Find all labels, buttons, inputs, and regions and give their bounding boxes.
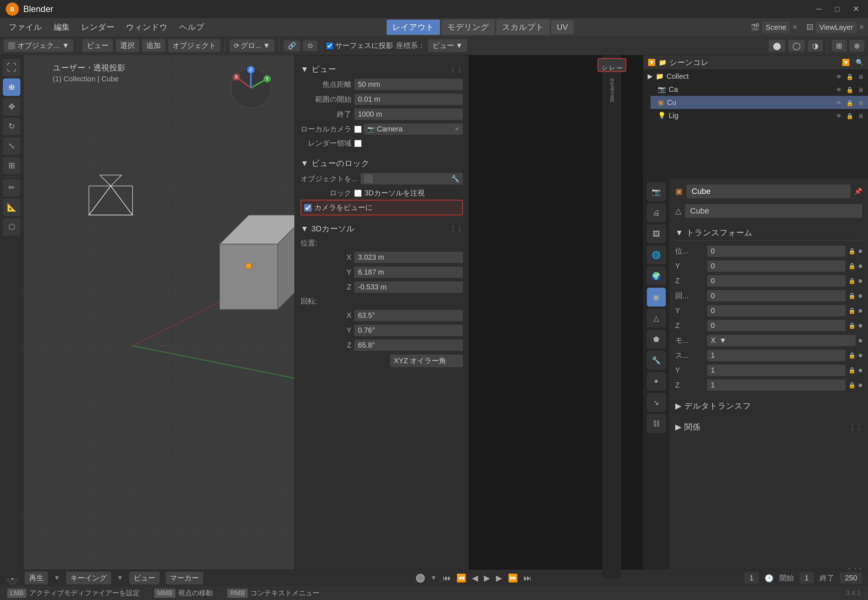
shading-solid[interactable]: ⬤ [768, 40, 785, 52]
shading-wire[interactable]: ◯ [788, 40, 805, 52]
view-lock-header[interactable]: ▼ ビューのロック [301, 156, 463, 171]
scale-z-value[interactable]: 1 [707, 380, 845, 391]
props-particles-icon[interactable]: ✦ [647, 372, 666, 391]
close-button[interactable]: ✕ [850, 3, 862, 15]
next-keyframe-btn[interactable]: ⏩ [508, 573, 518, 583]
outliner-cube-eye[interactable]: 👁 🔒 🖥 [836, 98, 863, 107]
viewlayer-selector[interactable]: ViewLayer [816, 22, 857, 33]
cursor-x-value[interactable]: 3.023 m [354, 252, 463, 263]
menu-file[interactable]: ファイル [4, 20, 47, 35]
cursor-z-value[interactable]: -0.533 m [354, 282, 463, 293]
outliner-light[interactable]: 💡 Lig 👁 🔒 🖥 [650, 109, 868, 122]
surface-snap-checkbox[interactable]: サーフェスに投影 [327, 41, 393, 50]
snap-btn[interactable]: 🔗 [284, 40, 300, 51]
play-btn[interactable]: ▶ [484, 573, 490, 583]
toolbar-object[interactable]: オブジェクト [168, 39, 220, 52]
menu-window[interactable]: ウィンドウ [121, 20, 173, 35]
outliner-filter-btn[interactable]: 🔽 [842, 59, 850, 67]
tool-annotate[interactable]: ✏ [3, 179, 20, 197]
transform-header[interactable]: ▼ トランスフォーム [675, 225, 862, 241]
props-material-icon[interactable]: ⬟ [647, 330, 666, 348]
rotation-x-value[interactable]: 0 [707, 290, 845, 302]
start-frame[interactable]: 1 [800, 573, 814, 584]
prev-keyframe-btn[interactable]: ⏪ [456, 573, 466, 583]
shading-render[interactable]: ◑ [808, 40, 823, 52]
outliner-eye[interactable]: 👁 🔒 🖥 [836, 71, 863, 81]
toolbar-view[interactable]: ビュー [82, 39, 113, 52]
global-selector[interactable]: ⟳ グロ... ▼ [230, 39, 274, 52]
gizmo-btn[interactable]: ⊕ [850, 40, 864, 52]
tool-add[interactable]: ⬡ [3, 218, 20, 236]
blenderkit-tab[interactable]: ーレシ [597, 58, 626, 72]
local-camera-value[interactable]: 📷 Camera ✕ [364, 123, 463, 135]
lock-cursor-checkbox[interactable] [354, 189, 361, 197]
location-z-lock[interactable]: 🔒 [848, 277, 856, 284]
fps-icon[interactable]: 🕐 [765, 574, 774, 583]
mode-value[interactable]: X ▼ [707, 335, 856, 346]
current-frame[interactable]: 1 [744, 573, 758, 584]
outliner-search-btn[interactable]: 🔍 [856, 59, 863, 67]
rotation-y-value[interactable]: 0 [707, 305, 845, 316]
jump-end-btn[interactable]: ⏭ [523, 573, 531, 583]
cursor-euler-value[interactable]: XYZ オイラー角 [390, 355, 463, 367]
rotation-z-value[interactable]: 0 [707, 320, 845, 331]
outliner-camera[interactable]: 📷 Ca 👁 🔒 🖥 [650, 83, 868, 96]
location-x-value[interactable]: 0 [707, 245, 845, 257]
mode-selector[interactable]: オブジェク... ▼ [4, 39, 73, 52]
prev-frame-btn[interactable]: ◀ [472, 573, 478, 583]
tool-transform[interactable]: ⊞ [3, 157, 20, 174]
props-world-icon[interactable]: 🌍 [647, 267, 666, 285]
props-physics-icon[interactable]: ↘ [647, 393, 666, 412]
marker-label[interactable]: マーカー [166, 572, 203, 584]
jump-start-btn[interactable]: ⏮ [443, 573, 451, 583]
object-name[interactable]: Cube [687, 185, 851, 198]
rotation-x-lock[interactable]: 🔒 [848, 292, 856, 299]
scene-selector[interactable]: Scene [762, 22, 790, 33]
cursor-ry-value[interactable]: 0.76° [354, 325, 463, 336]
scale-y-lock[interactable]: 🔒 [848, 367, 856, 374]
rotation-y-lock[interactable]: 🔒 [848, 307, 856, 314]
tool-cursor[interactable]: ⊕ [3, 79, 20, 96]
tool-select-box[interactable]: ⛶ [3, 59, 20, 76]
overlay-btn[interactable]: ⊞ [832, 40, 847, 52]
props-mesh-icon[interactable]: △ [647, 309, 666, 327]
outliner-light-eye[interactable]: 👁 🔒 🖥 [836, 111, 863, 120]
minimize-button[interactable]: ─ [813, 3, 825, 15]
menu-help[interactable]: ヘルプ [174, 20, 209, 35]
play-label[interactable]: 再生 [25, 572, 48, 584]
toolbar-add[interactable]: 追加 [142, 39, 165, 52]
location-z-value[interactable]: 0 [707, 275, 845, 286]
view-section-header[interactable]: ▼ ビュー ⋮⋮ [301, 62, 463, 77]
outliner-cube[interactable]: ▣ Cu 👁 🔒 🖥 [650, 96, 868, 109]
scale-x-lock[interactable]: 🔒 [848, 352, 856, 359]
outliner-camera-eye[interactable]: 👁 🔒 🖥 [836, 85, 863, 94]
coord-selector[interactable]: ビュー ▼ [428, 39, 467, 52]
menu-render[interactable]: レンダー [76, 20, 119, 35]
tab-layout[interactable]: レイアウト [387, 20, 440, 35]
view-label[interactable]: ビュー [129, 572, 160, 584]
location-y-value[interactable]: 0 [707, 261, 845, 272]
lock-object-value[interactable]: 🔧 [360, 173, 463, 185]
props-view-layer-icon[interactable]: 🖼 [647, 224, 666, 243]
record-btn[interactable] [416, 574, 425, 583]
props-scene-icon[interactable]: 🌐 [647, 245, 666, 264]
cursor-rz-value[interactable]: 65.8° [354, 339, 463, 351]
viewport-gizmo[interactable]: Z Y X [229, 66, 273, 112]
maximize-button[interactable]: □ [832, 3, 842, 15]
toolbar-select[interactable]: 選択 [116, 39, 139, 52]
local-camera-checkbox[interactable] [354, 126, 361, 133]
cursor-y-value[interactable]: 6.187 m [354, 267, 463, 278]
tab-uv[interactable]: UV [551, 20, 574, 34]
render-region-checkbox[interactable] [354, 140, 361, 147]
proportional-btn[interactable]: ⊙ [303, 40, 317, 51]
tab-modeling[interactable]: モデリング [442, 20, 495, 35]
props-constraints-icon[interactable]: ⛓ [647, 414, 666, 433]
object-data-name[interactable]: Cube [685, 204, 862, 218]
scale-y-value[interactable]: 1 [707, 365, 845, 376]
scale-z-lock[interactable]: 🔒 [848, 382, 856, 389]
location-x-lock[interactable]: 🔒 [848, 248, 856, 255]
tool-measure[interactable]: 📐 [3, 198, 20, 216]
cursor-rx-value[interactable]: 63.5° [354, 310, 463, 321]
lock-camera-checkbox[interactable] [304, 204, 312, 211]
delta-header[interactable]: ▶ デルタトランスフ [675, 398, 862, 414]
